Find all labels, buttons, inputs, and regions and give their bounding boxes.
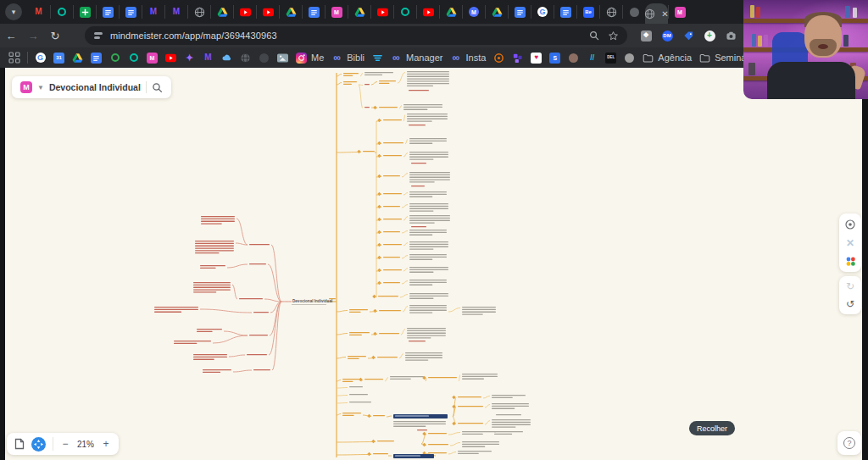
- bookmark-item[interactable]: M: [147, 53, 158, 64]
- browser-tab[interactable]: [599, 5, 622, 19]
- bookmark-item[interactable]: M: [203, 53, 214, 64]
- bookmark-item[interactable]: DEL: [605, 53, 616, 64]
- bookmark-item[interactable]: ✦: [184, 53, 195, 64]
- ext-tag[interactable]: [682, 30, 694, 42]
- mindmap-canvas[interactable]: Devocional Individual M ▼ Devocional Ind…: [0, 68, 868, 460]
- bookmark-label: Insta: [466, 53, 487, 63]
- url-bar[interactable]: mindmeister.com/app/map/3694430963: [85, 26, 627, 45]
- chevron-down-icon[interactable]: ▼: [37, 84, 44, 91]
- question-mark-icon: ?: [843, 437, 855, 449]
- bookmark-label: Bibli: [347, 53, 364, 63]
- bookmark-item[interactable]: [109, 53, 120, 64]
- browser-tab[interactable]: M: [462, 5, 485, 19]
- page-outline-icon[interactable]: [14, 438, 25, 450]
- site-info-icon[interactable]: [93, 30, 103, 41]
- browser-tab[interactable]: [233, 5, 256, 19]
- browser-toolbar: ← → ↻ mindmeister.com/app/map/3694430963…: [0, 24, 868, 47]
- bookmark-label: Me: [311, 53, 324, 63]
- bookmark-item[interactable]: [512, 53, 523, 64]
- undo-icon[interactable]: ↺: [846, 299, 854, 309]
- bookmark-item[interactable]: [568, 53, 579, 64]
- browser-tab[interactable]: [622, 5, 645, 19]
- extension-icons: ❖DM+: [640, 26, 737, 45]
- browser-tab[interactable]: [119, 5, 142, 19]
- zoom-page-icon[interactable]: [589, 30, 599, 41]
- stickers-icon[interactable]: [845, 256, 856, 267]
- map-title: Devocional Individual: [49, 82, 141, 92]
- bookmark-item[interactable]: ∞Insta: [451, 53, 487, 64]
- browser-tab[interactable]: M: [668, 5, 691, 19]
- browser-tab[interactable]: Be: [576, 5, 599, 19]
- collapse-button[interactable]: Recolher: [689, 421, 735, 435]
- reload-icon[interactable]: ↻: [44, 30, 66, 42]
- browser-tab[interactable]: [439, 5, 462, 19]
- browser-tab[interactable]: [210, 5, 233, 19]
- browser-tab[interactable]: [302, 5, 325, 19]
- browser-tab[interactable]: [96, 5, 119, 19]
- browser-tab[interactable]: M: [27, 5, 50, 19]
- zoom-out-button[interactable]: −: [60, 438, 70, 450]
- tab-search-button[interactable]: ▾: [5, 3, 22, 20]
- browser-tab[interactable]: [279, 5, 302, 19]
- bookmark-item[interactable]: [372, 53, 383, 64]
- presentation-icon[interactable]: [844, 219, 856, 230]
- history-toolbar: ↻ ↺: [839, 276, 861, 314]
- bookmark-item[interactable]: S: [549, 53, 560, 64]
- bookmark-item[interactable]: [165, 53, 176, 64]
- apps-grid-icon[interactable]: [8, 52, 20, 64]
- browser-tab[interactable]: [256, 5, 279, 19]
- browser-tab[interactable]: M: [142, 5, 164, 19]
- ext-squares[interactable]: ❖: [640, 30, 652, 42]
- bookmark-item[interactable]: //: [587, 53, 598, 64]
- active-tab[interactable]: ✕: [645, 3, 668, 24]
- bookmark-item[interactable]: ∞Manager: [391, 53, 442, 64]
- browser-tab[interactable]: [50, 5, 73, 19]
- url-text: mindmeister.com/app/map/3694430963: [110, 30, 581, 41]
- help-button[interactable]: ?: [837, 431, 861, 455]
- bookmark-item[interactable]: [493, 53, 504, 64]
- browser-tab[interactable]: [370, 5, 393, 19]
- bookmark-item[interactable]: [91, 53, 102, 64]
- browser-tab[interactable]: [73, 5, 96, 19]
- bookmark-item[interactable]: ∞Bibli: [331, 53, 364, 64]
- bookmark-star-icon[interactable]: [608, 30, 619, 42]
- browser-tab[interactable]: G: [531, 5, 554, 19]
- browser-tab[interactable]: M: [164, 5, 187, 19]
- back-icon[interactable]: ←: [0, 30, 22, 42]
- fit-to-screen-button[interactable]: [31, 437, 46, 452]
- browser-tab[interactable]: M: [325, 5, 348, 19]
- connect-icon[interactable]: ✕: [846, 238, 854, 248]
- bookmark-item[interactable]: [128, 53, 139, 64]
- browser-tab[interactable]: [187, 5, 210, 19]
- redo-icon[interactable]: ↻: [846, 281, 854, 291]
- browser-tab[interactable]: [348, 5, 370, 19]
- bookmark-item[interactable]: ♥: [531, 53, 542, 64]
- bookmark-item[interactable]: [259, 53, 270, 64]
- zoom-in-button[interactable]: +: [101, 438, 111, 450]
- bookmark-item[interactable]: Agência: [643, 53, 692, 64]
- bookmark-label: Agência: [658, 53, 692, 63]
- ext-blue-circle[interactable]: DM: [661, 30, 673, 42]
- book: [752, 34, 756, 47]
- forward-icon[interactable]: →: [22, 30, 44, 42]
- map-title-chip[interactable]: M ▼ Devocional Individual: [12, 76, 171, 98]
- ext-green-plus[interactable]: +: [704, 30, 715, 42]
- browser-tab[interactable]: [554, 5, 576, 19]
- mindmap-drawing[interactable]: Devocional Individual: [0, 68, 868, 460]
- bookmark-item[interactable]: 31: [53, 53, 64, 64]
- browser-tab[interactable]: [508, 5, 531, 19]
- browser-tab[interactable]: [416, 5, 439, 19]
- zoom-level: 21%: [77, 440, 94, 449]
- browser-tab[interactable]: [485, 5, 508, 19]
- bookmark-item[interactable]: [624, 53, 635, 64]
- side-toolbar: ✕: [839, 213, 861, 272]
- bookmark-item[interactable]: [221, 53, 232, 64]
- bookmark-item[interactable]: [277, 53, 288, 64]
- bookmark-item[interactable]: [72, 53, 83, 64]
- ext-camera[interactable]: [725, 30, 737, 42]
- bookmark-item[interactable]: [240, 53, 251, 64]
- browser-tab[interactable]: [393, 5, 416, 19]
- search-icon[interactable]: [152, 82, 163, 93]
- bookmark-item[interactable]: G: [35, 53, 46, 64]
- bookmark-item[interactable]: Me: [296, 53, 324, 64]
